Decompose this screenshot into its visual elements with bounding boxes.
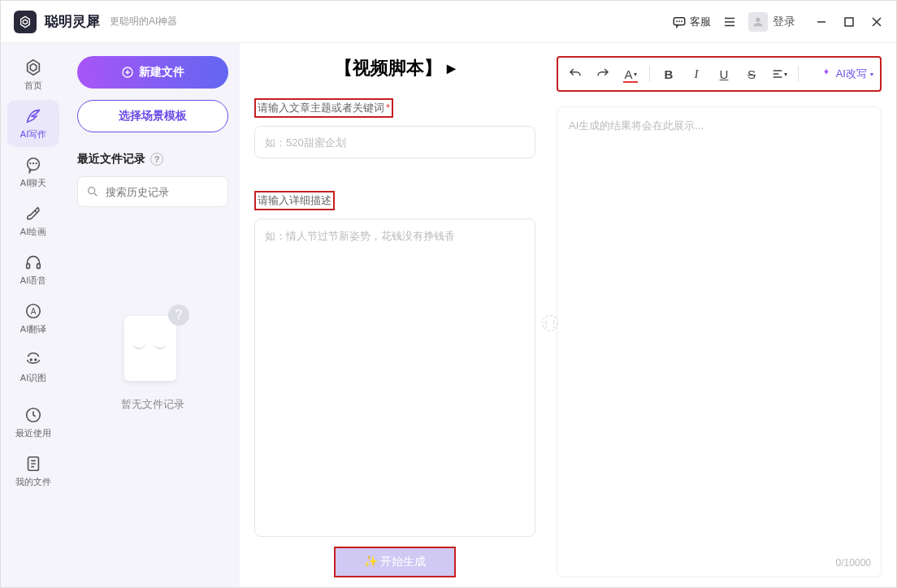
headphones-icon	[24, 253, 42, 271]
feather-icon	[24, 107, 42, 125]
login-button[interactable]: 登录	[748, 12, 795, 32]
new-file-button[interactable]: 新建文件	[77, 56, 228, 89]
app-logo-icon	[14, 11, 37, 33]
file-icon	[24, 455, 42, 473]
ai-rewrite-label: AI改写	[836, 67, 867, 81]
sidebar-item-translate[interactable]: A AI翻译	[7, 295, 59, 342]
strikethrough-button[interactable]: S	[741, 63, 762, 84]
sidebar-item-label: AI识图	[20, 372, 46, 384]
chat-icon	[672, 15, 687, 29]
app-subtitle: 更聪明的AI神器	[110, 15, 177, 28]
sidebar-item-home[interactable]: 首页	[7, 51, 59, 98]
description-label: 请输入详细描述	[254, 191, 335, 210]
sidebar-item-label: AI写作	[20, 128, 46, 141]
recent-files-header: 最近文件记录 ?	[77, 152, 228, 166]
topic-input[interactable]	[254, 126, 535, 158]
close-button[interactable]	[870, 15, 883, 28]
sidebar: 首页 AI写作 AI聊天 AI绘画 AI语音 A AI翻译 AI识图	[1, 43, 66, 587]
clock-icon	[24, 406, 42, 424]
empty-state: ︶ ︶ ? 暂无文件记录	[77, 305, 228, 412]
char-count: 0/10000	[836, 557, 871, 569]
maximize-button[interactable]	[843, 15, 856, 28]
svg-rect-4	[27, 263, 30, 268]
brush-icon	[24, 205, 42, 223]
app-name: 聪明灵犀	[45, 12, 100, 31]
editor-toolbar: A▾ B I U S ▾ AI改写 ▾	[557, 56, 882, 92]
translate-icon: A	[24, 302, 42, 320]
customer-service-button[interactable]: 客服	[672, 15, 711, 29]
ai-rewrite-button[interactable]: AI改写 ▾	[820, 67, 873, 81]
result-area[interactable]: AI生成的结果将会在此展示... 0/10000	[557, 106, 882, 577]
page-title: 【视频脚本】 ▶	[254, 56, 535, 80]
font-color-button[interactable]: A▾	[620, 63, 641, 84]
sidebar-item-files[interactable]: 我的文件	[7, 447, 59, 495]
minimize-button[interactable]	[815, 15, 828, 28]
sidebar-item-paint[interactable]: AI绘画	[7, 197, 59, 244]
search-box[interactable]	[77, 176, 228, 207]
redo-button[interactable]	[592, 63, 613, 84]
sidebar-item-label: AI聊天	[20, 177, 46, 189]
empty-text: 暂无文件记录	[121, 397, 184, 412]
generate-button[interactable]: ✨ 开始生成	[334, 547, 456, 577]
center-panel: 【视频脚本】 ▶ 请输入文章主题或者关键词* 请输入详细描述 ✨ 开始生成 ⋮⋮	[240, 43, 550, 587]
new-file-label: 新建文件	[139, 65, 184, 80]
sidebar-item-label: AI语音	[20, 275, 46, 287]
underline-button[interactable]: U	[713, 63, 734, 84]
page-title-text: 【视频脚本】	[335, 56, 442, 80]
sidebar-item-label: 首页	[24, 80, 42, 92]
login-label: 登录	[773, 15, 795, 29]
sidebar-item-chat[interactable]: AI聊天	[7, 149, 59, 196]
triangle-right-icon[interactable]: ▶	[447, 62, 456, 75]
svg-rect-5	[37, 263, 41, 268]
select-scene-button[interactable]: 选择场景模板	[77, 100, 228, 132]
sidebar-item-label: 最近使用	[15, 427, 51, 439]
sidebar-item-label: 我的文件	[15, 476, 51, 488]
image-icon	[24, 351, 42, 369]
align-button[interactable]: ▾	[769, 63, 790, 84]
chat-bubble-icon	[24, 156, 42, 174]
sidebar-item-image[interactable]: AI识图	[7, 344, 59, 391]
empty-illustration: ︶ ︶ ?	[116, 305, 189, 386]
right-panel: A▾ B I U S ▾ AI改写 ▾ AI生成的结果将会在此展示... 0/1…	[550, 43, 896, 587]
home-icon	[24, 58, 42, 76]
avatar-icon	[748, 12, 768, 32]
search-input[interactable]	[106, 186, 242, 198]
svg-point-8	[30, 359, 32, 361]
sidebar-item-write[interactable]: AI写作	[7, 100, 59, 147]
plus-circle-icon	[121, 66, 134, 79]
sidebar-item-label: AI翻译	[20, 323, 46, 335]
svg-text:A: A	[31, 306, 37, 315]
menu-button[interactable]	[722, 15, 737, 29]
search-icon	[86, 185, 99, 198]
titlebar: 聪明灵犀 更聪明的AI神器 客服 登录	[1, 1, 896, 43]
drag-handle-icon[interactable]: ⋮⋮	[542, 315, 558, 331]
italic-button[interactable]: I	[686, 63, 707, 84]
svg-rect-2	[845, 18, 853, 26]
svg-point-13	[89, 188, 95, 194]
description-textarea[interactable]	[254, 218, 535, 537]
topic-label: 请输入文章主题或者关键词*	[254, 98, 393, 118]
sidebar-item-label: AI绘画	[20, 226, 46, 238]
recent-files-label: 最近文件记录	[77, 152, 145, 166]
svg-point-9	[35, 359, 37, 361]
help-icon[interactable]: ?	[150, 153, 163, 166]
bold-button[interactable]: B	[658, 63, 679, 84]
sidebar-item-voice[interactable]: AI语音	[7, 246, 59, 293]
svg-point-1	[756, 17, 760, 21]
result-placeholder: AI生成的结果将会在此展示...	[569, 119, 704, 132]
sidebar-item-recent[interactable]: 最近使用	[7, 399, 59, 446]
chevron-down-icon: ▾	[870, 71, 873, 78]
undo-button[interactable]	[565, 63, 586, 84]
sparkle-icon	[820, 67, 833, 80]
customer-service-label: 客服	[690, 15, 711, 29]
left-panel: 新建文件 选择场景模板 最近文件记录 ? ︶ ︶ ? 暂无文件记录	[66, 43, 240, 587]
